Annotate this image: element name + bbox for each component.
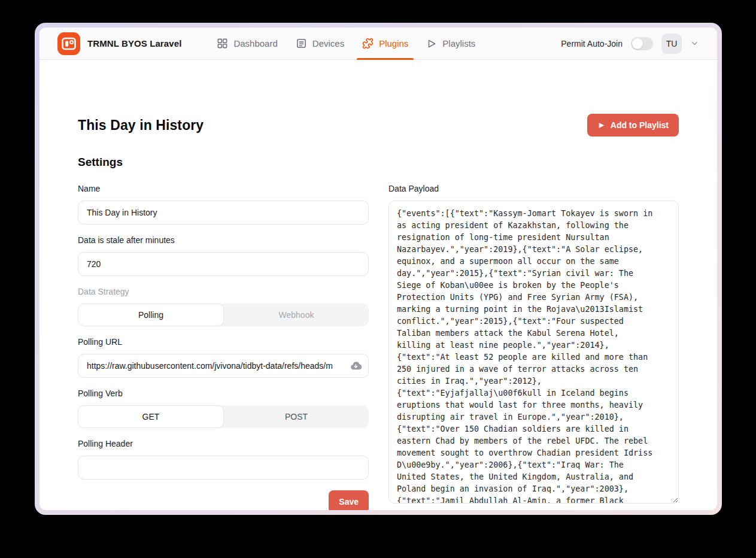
data-strategy-option-polling[interactable]: Polling	[78, 304, 224, 326]
payload-column: Data Payload	[388, 184, 679, 510]
nav-item-plugins[interactable]: Plugins	[353, 28, 417, 59]
device-list-icon	[296, 38, 307, 49]
polling-verb-group: Polling Verb GET POST	[78, 389, 369, 428]
add-to-playlist-label: Add to Playlist	[611, 120, 669, 130]
navbar-right: Permit Auto-Join TU	[561, 28, 699, 59]
toggle-knob	[632, 38, 643, 49]
add-to-playlist-button[interactable]: Add to Playlist	[587, 114, 679, 137]
nav-item-label: Playlists	[442, 38, 475, 48]
permit-auto-join-label: Permit Auto-Join	[561, 39, 623, 48]
app-window-inner: TRMNL BYOS Laravel Dashboard	[40, 28, 717, 510]
polling-header-group: Polling Header	[78, 439, 369, 480]
settings-heading: Settings	[78, 156, 679, 169]
name-label: Name	[78, 184, 369, 193]
save-row: Save	[78, 490, 369, 510]
save-button[interactable]: Save	[329, 490, 369, 510]
settings-form: Name Data is stale after minutes Data St…	[78, 184, 369, 510]
stale-label: Data is stale after minutes	[78, 235, 369, 245]
data-strategy-segmented: Polling Webhook	[78, 304, 369, 326]
polling-header-label: Polling Header	[78, 439, 369, 448]
polling-verb-segmented: GET POST	[78, 405, 369, 428]
nav-item-devices[interactable]: Devices	[287, 28, 353, 59]
nav-items: Dashboard Devices	[208, 28, 484, 59]
chevron-down-icon[interactable]	[690, 39, 699, 48]
polling-verb-label: Polling Verb	[78, 389, 369, 398]
data-strategy-label: Data Strategy	[78, 287, 369, 296]
nav-item-playlists[interactable]: Playlists	[417, 28, 484, 59]
name-input[interactable]	[78, 201, 369, 225]
nav-item-label: Dashboard	[233, 38, 277, 48]
brand-title: TRMNL BYOS Laravel	[87, 38, 181, 48]
name-field-group: Name	[78, 184, 369, 225]
polling-url-label: Polling URL	[78, 337, 369, 347]
avatar[interactable]: TU	[661, 34, 682, 54]
main-content: This Day in History Add to Playlist Sett…	[40, 60, 717, 510]
screenshot-stage: TRMNL BYOS Laravel Dashboard	[0, 0, 756, 558]
nav-item-label: Plugins	[379, 38, 408, 48]
trmnl-logo-icon[interactable]	[57, 32, 80, 55]
play-outline-icon	[426, 38, 437, 49]
polling-header-input[interactable]	[78, 456, 369, 480]
polling-url-input[interactable]	[78, 354, 369, 378]
page-title: This Day in History	[78, 117, 204, 134]
stale-field-group: Data is stale after minutes	[78, 235, 369, 276]
puzzle-icon	[362, 38, 374, 49]
settings-grid: Name Data is stale after minutes Data St…	[78, 184, 679, 510]
polling-url-wrap	[78, 354, 369, 378]
polling-verb-option-get[interactable]: GET	[78, 405, 224, 428]
navbar-brand-group: TRMNL BYOS Laravel	[57, 28, 181, 59]
data-payload-label: Data Payload	[388, 184, 679, 193]
polling-verb-option-post[interactable]: POST	[224, 405, 369, 428]
stale-minutes-input[interactable]	[78, 252, 369, 276]
nav-item-label: Devices	[312, 38, 344, 48]
data-payload-textarea[interactable]	[388, 201, 679, 504]
polling-url-group: Polling URL	[78, 337, 369, 378]
page-header: This Day in History Add to Playlist	[78, 114, 679, 137]
permit-auto-join-toggle[interactable]	[631, 37, 653, 50]
nav-item-dashboard[interactable]: Dashboard	[208, 28, 286, 59]
cloud-download-icon[interactable]	[350, 360, 362, 372]
app-window: TRMNL BYOS Laravel Dashboard	[35, 23, 722, 515]
play-icon	[597, 122, 605, 129]
grid-icon	[217, 38, 228, 49]
data-strategy-option-webhook[interactable]: Webhook	[224, 304, 369, 326]
data-strategy-group: Data Strategy Polling Webhook	[78, 287, 369, 326]
navbar: TRMNL BYOS Laravel Dashboard	[40, 28, 717, 60]
